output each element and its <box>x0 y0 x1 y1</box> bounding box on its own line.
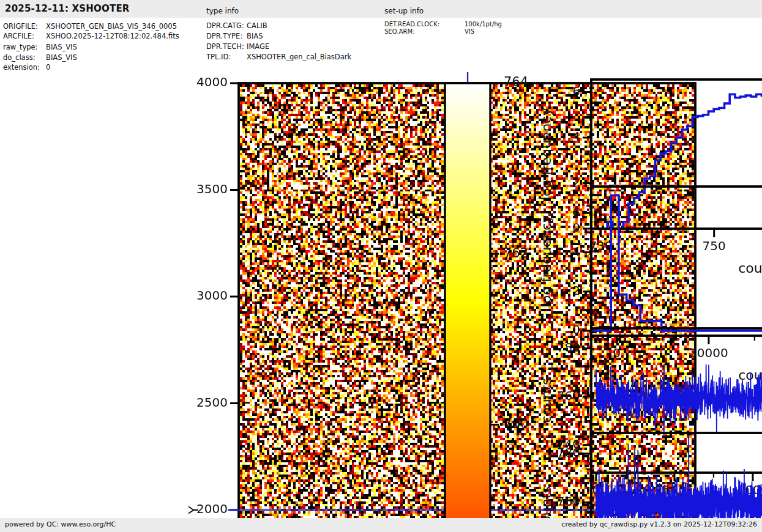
meta-row-dprcatg: DPR.CATG:CALIB <box>206 21 267 30</box>
meta-value: IMAGE <box>247 42 269 51</box>
meta-value: CALIB <box>247 21 267 30</box>
page-title: 2025-12-11: XSHOOTER <box>5 3 130 14</box>
meta-row-doclass: do_class:BIAS_VIS <box>3 53 77 62</box>
meta-label: ARCFILE: <box>3 32 46 40</box>
meta-label: DPR.CATG: <box>206 21 247 30</box>
meta-value: BIAS_VIS <box>46 53 77 62</box>
meta-row-readclock: DET.READ.CLOCK:100k/1pt/hg <box>384 21 502 28</box>
meta-row-rawtype: raw_type:BIAS_VIS <box>3 43 77 51</box>
meta-row-seqarm: SEQ.ARM:VIS <box>384 28 474 35</box>
meta-label: DET.READ.CLOCK: <box>384 21 465 28</box>
meta-row-dprtype: DPR.TYPE:BIAS <box>206 32 263 40</box>
meta-label: DPR.TYPE: <box>206 32 247 40</box>
meta-value: BIAS_VIS <box>46 43 77 51</box>
cut-in-y-plot <box>520 408 762 532</box>
meta-value: 0 <box>46 63 50 72</box>
meta-value: XSHOOTER_GEN_BIAS_VIS_346_0005 <box>46 22 177 31</box>
type-info-heading: type info <box>206 7 239 15</box>
meta-value: VIS <box>465 28 474 35</box>
footer-left-text: powered by QC: www.eso.org/HC <box>5 520 116 528</box>
setup-info-heading: set-up info <box>384 7 424 15</box>
footer-right-text: created by qc_rawdisp.py v1.2.3 on 2025-… <box>561 520 757 528</box>
meta-row-arcfile: ARCFILE:XSHOO.2025-12-12T08:12:02.484.fi… <box>3 32 179 40</box>
meta-value: BIAS <box>247 32 263 40</box>
meta-label: DPR.TECH: <box>206 42 247 51</box>
meta-label: extension: <box>3 63 46 72</box>
meta-label: ORIGFILE: <box>3 22 46 31</box>
meta-row-origfile: ORIGFILE:XSHOOTER_GEN_BIAS_VIS_346_0005 <box>3 22 177 31</box>
meta-value: XSHOO.2025-12-12T08:12:02.484.fits <box>46 32 179 40</box>
meta-label: raw_type: <box>3 43 46 51</box>
meta-row-extension: extension:0 <box>3 63 50 72</box>
meta-label: do_class: <box>3 53 46 62</box>
meta-value: 100k/1pt/hg <box>465 21 502 28</box>
meta-row-dprtech: DPR.TECH:IMAGE <box>206 42 269 51</box>
meta-label: SEQ.ARM: <box>384 28 465 35</box>
